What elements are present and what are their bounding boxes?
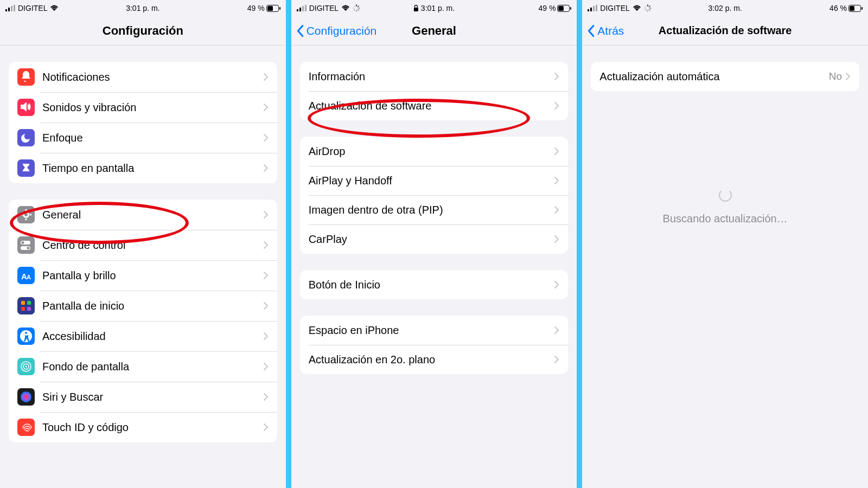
back-button[interactable]: Configuración [296, 24, 377, 37]
text-size-icon: AA [17, 267, 35, 284]
settings-row-general[interactable]: General [9, 200, 277, 230]
settings-group-1: NotificacionesSonidos y vibraciónEnfoque… [9, 62, 277, 183]
gear-icon [17, 206, 35, 223]
signal-icon [588, 5, 597, 11]
general-content: InformaciónActualización de software Air… [291, 46, 577, 488]
row-label: Sonidos y vibración [42, 101, 263, 114]
time-label: 3:01 p. m. [126, 4, 159, 12]
settings-row-tiempo-en-pantalla[interactable]: Tiempo en pantalla [9, 153, 277, 183]
settings-row-espacio-en-iphone[interactable]: Espacio en iPhone [300, 316, 569, 345]
settings-row-pantalla-de-inicio[interactable]: Pantalla de inicio [9, 291, 277, 321]
row-label: Pantalla y brillo [42, 269, 263, 282]
settings-row-actualización-de-software[interactable]: Actualización de software [300, 91, 569, 120]
settings-row-fondo-de-pantalla[interactable]: Fondo de pantalla [9, 351, 277, 382]
signal-icon [5, 5, 15, 11]
row-label: Enfoque [42, 132, 263, 144]
svg-rect-41 [558, 6, 564, 11]
svg-rect-44 [590, 8, 592, 11]
nav-header: Configuración [0, 16, 286, 46]
svg-rect-17 [21, 301, 25, 305]
phone-general: DIGITEL 3:01 p. m. 49 % Configuración Ge… [291, 0, 577, 488]
svg-line-54 [646, 6, 647, 7]
svg-rect-0 [5, 9, 7, 11]
nav-header: Atrás Actualización de software [582, 16, 868, 46]
settings-row-botón-de-inicio[interactable]: Botón de Inicio [300, 270, 569, 299]
row-label: AirDrop [309, 145, 554, 158]
svg-rect-6 [279, 7, 280, 10]
chevron-right-icon [263, 393, 269, 401]
time-label: 3:02 p. m. [709, 4, 742, 12]
svg-line-50 [649, 10, 650, 11]
settings-row-centro-de-control[interactable]: Centro de control [9, 230, 277, 260]
general-group-2: AirDropAirPlay y HandoffImagen dentro de… [300, 137, 569, 254]
battery-icon [266, 5, 280, 12]
row-label: Notificaciones [42, 71, 263, 84]
carrier-label: DIGITEL [309, 4, 339, 12]
chevron-right-icon [554, 176, 559, 185]
settings-row-enfoque[interactable]: Enfoque [9, 123, 277, 153]
settings-row-accesibilidad[interactable]: Accesibilidad [9, 321, 277, 351]
chevron-right-icon [263, 164, 269, 172]
settings-row-siri-y-buscar[interactable]: Siri y Buscar [9, 382, 277, 412]
row-label: Tiempo en pantalla [42, 162, 263, 175]
settings-row-notificaciones[interactable]: Notificaciones [9, 62, 277, 92]
auto-update-value: No [829, 70, 842, 82]
auto-update-row[interactable]: Actualización automática No [591, 62, 859, 91]
settings-row-sonidos-y-vibración[interactable]: Sonidos y vibración [9, 92, 277, 123]
chevron-right-icon [263, 73, 269, 81]
loading-text: Buscando actualización… [582, 213, 868, 225]
settings-group-2: GeneralCentro de controlAAPantalla y bri… [9, 200, 277, 442]
chevron-right-icon [554, 235, 559, 243]
back-button[interactable]: Atrás [586, 24, 624, 37]
row-label: Imagen dentro de otra (PIP) [309, 204, 554, 216]
general-group-3: Botón de Inicio [300, 270, 569, 299]
svg-rect-1 [8, 8, 10, 11]
svg-rect-27 [297, 9, 298, 11]
chevron-right-icon [554, 72, 559, 81]
svg-rect-39 [414, 8, 418, 11]
toggles-icon [17, 236, 35, 254]
chevron-right-icon [263, 423, 269, 432]
svg-point-26 [21, 391, 31, 402]
wifi-icon [341, 5, 350, 11]
settings-row-pantalla-y-brillo[interactable]: AAPantalla y brillo [9, 260, 277, 291]
chevron-right-icon [554, 280, 559, 289]
status-bar: DIGITEL 3:01 p. m. 49 % [291, 0, 577, 16]
general-group-1: InformaciónActualización de software [300, 62, 569, 120]
settings-row-carplay[interactable]: CarPlay [300, 224, 569, 254]
settings-row-imagen-dentro-de-otra-(pip)[interactable]: Imagen dentro de otra (PIP) [300, 195, 569, 224]
settings-row-touch-id-y-código[interactable]: Touch ID y código [9, 412, 277, 442]
chevron-right-icon [263, 210, 269, 219]
chevron-right-icon [554, 206, 559, 214]
page-title: Actualización de software [659, 24, 792, 37]
settings-row-airplay-y-handoff[interactable]: AirPlay y Handoff [300, 166, 569, 195]
chevron-right-icon [263, 301, 269, 310]
chevron-right-icon [554, 101, 559, 110]
row-label: Centro de control [42, 239, 263, 252]
battery-label: 49 % [247, 4, 265, 12]
carrier-label: DIGITEL [18, 4, 47, 12]
auto-update-label: Actualización automática [599, 70, 828, 83]
speaker-icon [17, 99, 35, 116]
wifi-icon [633, 5, 641, 11]
wallpaper-icon [17, 358, 35, 375]
chevron-right-icon [845, 72, 851, 81]
siri-icon [17, 388, 35, 406]
back-label: Atrás [597, 24, 624, 37]
svg-rect-42 [570, 7, 571, 10]
software-update-content: Actualización automática No Buscando act… [582, 46, 868, 488]
svg-rect-57 [861, 7, 863, 10]
svg-point-22 [25, 332, 27, 334]
settings-row-actualización-en-2o.-plano[interactable]: Actualización en 2o. plano [300, 345, 569, 374]
row-label: Información [309, 70, 554, 83]
row-label: CarPlay [309, 233, 554, 246]
page-title: Configuración [103, 24, 183, 38]
row-label: Fondo de pantalla [42, 361, 263, 373]
status-bar: DIGITEL 3:01 p. m. 49 % [0, 0, 286, 16]
row-label: Actualización de software [309, 100, 554, 112]
settings-row-información[interactable]: Información [300, 62, 569, 91]
settings-row-airdrop[interactable]: AirDrop [300, 137, 569, 166]
svg-text:A: A [27, 274, 31, 280]
svg-rect-46 [596, 5, 597, 11]
svg-rect-29 [302, 6, 304, 11]
